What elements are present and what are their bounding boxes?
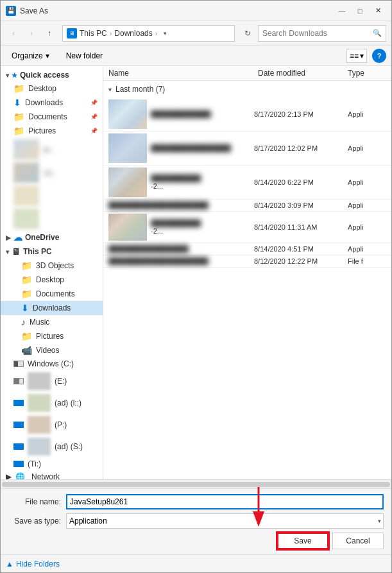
maximize-button[interactable]: □ <box>352 4 368 17</box>
drive-p[interactable]: (P:) <box>1 414 103 436</box>
network-toggle-icon: ▶ <box>6 472 12 479</box>
sidebar-thumb-item-3[interactable] <box>1 184 103 207</box>
sidebar-pictures[interactable]: 📁 Pictures <box>1 329 103 343</box>
save-type-label: Save as type: <box>8 517 66 526</box>
file-info-6: ████████████████ <box>108 245 250 253</box>
file-date-1: 8/17/2020 2:13 PM <box>254 110 344 118</box>
sidebar-videos[interactable]: 📹 Videos <box>1 343 103 357</box>
music-label: Music <box>30 318 49 327</box>
sidebar-documents[interactable]: 📁 Documents <box>1 287 103 301</box>
pin-icon: 📌 <box>90 99 98 106</box>
drive-s-icon <box>13 443 24 450</box>
3d-objects-label: 3D Objects <box>36 261 74 270</box>
file-thumb-5 <box>108 214 147 241</box>
table-row[interactable]: ████████████████████ 8/12/2020 12:22 PM … <box>103 255 391 268</box>
sidebar-thumb-1 <box>13 139 39 160</box>
organize-button[interactable]: Organize ▾ <box>6 49 55 63</box>
sidebar-3d-objects[interactable]: 📁 3D Objects <box>1 259 103 273</box>
downloads2-label: Downloads <box>33 304 71 312</box>
pictures-pin-icon: 📌 <box>90 128 98 134</box>
group-label: Last month (7) <box>115 85 165 94</box>
drive-l[interactable]: (ad) (l:;) <box>1 392 103 414</box>
file-thumb-1 <box>108 99 147 129</box>
file-group-header[interactable]: ▾ Last month (7) <box>103 81 391 98</box>
drive-c[interactable]: Windows (C:) <box>1 357 103 370</box>
drive-t[interactable]: (Ti:) <box>1 458 103 470</box>
drive-e[interactable]: (E:) <box>1 370 103 392</box>
file-name-2: ████████████████ <box>151 144 250 152</box>
title-bar: 💾 Save As — □ ✕ <box>1 1 391 21</box>
sidebar-thumb-item-4[interactable] <box>1 207 103 230</box>
sidebar-item-downloads-quick[interactable]: ⬇ Downloads 📌 <box>1 96 103 110</box>
sidebar-desktop[interactable]: 📁 Desktop <box>1 273 103 287</box>
new-folder-button[interactable]: New folder <box>60 49 108 63</box>
search-icon: 🔍 <box>373 29 382 37</box>
drive-s[interactable]: (ad) (S:) <box>1 436 103 458</box>
sidebar-item-documents-quick[interactable]: 📁 Documents 📌 <box>1 110 103 124</box>
cancel-button[interactable]: Cancel <box>332 533 384 549</box>
hide-folders-label: Hide Folders <box>16 560 60 569</box>
table-row[interactable]: ██████████ -2... 8/14/2020 11:31 AM Appl… <box>103 212 391 243</box>
forward-button[interactable]: › <box>24 26 39 41</box>
this-pc-toggle-icon: ▾ <box>6 248 9 255</box>
save-type-select[interactable]: Application <box>66 513 384 529</box>
sidebar: ▾ ★ Quick access 📁 Desktop ⬇ Downloads 📌… <box>1 66 103 479</box>
drive-t-icon <box>13 461 24 467</box>
onedrive-toggle-icon: ▶ <box>6 234 11 241</box>
table-row[interactable]: ████████████████ 8/17/2020 12:02 PM Appl… <box>103 132 391 166</box>
desktop2-label: Desktop <box>36 275 64 284</box>
downloads2-arrow-icon: ⬇ <box>21 303 29 313</box>
horizontal-scrollbar[interactable] <box>1 479 391 488</box>
file-name-input[interactable] <box>66 494 384 509</box>
minimize-button[interactable]: — <box>334 4 350 17</box>
onedrive-header[interactable]: ▶ ☁ OneDrive <box>1 230 103 244</box>
file-name-6: ████████████████ <box>108 245 250 253</box>
up-button[interactable]: ↑ <box>42 26 57 41</box>
hide-folders-toggle-icon: ▲ <box>6 560 13 569</box>
sidebar-thumb-item-2[interactable]: :re... <box>1 161 103 184</box>
hide-folders-button[interactable]: ▲ Hide Folders <box>6 560 60 569</box>
this-pc-header[interactable]: ▾ 🖥 This PC <box>1 244 103 259</box>
save-button[interactable]: Save <box>277 533 328 549</box>
search-input[interactable] <box>262 29 373 38</box>
search-box[interactable]: 🔍 <box>258 25 386 42</box>
quick-access-toggle-icon: ▾ <box>6 72 9 79</box>
file-info-7: ████████████████████ <box>108 257 250 265</box>
sidebar-item-desktop-quick[interactable]: 📁 Desktop <box>1 81 103 96</box>
view-button[interactable]: ≡≡ ▾ <box>346 49 367 63</box>
network-section[interactable]: ▶ 🌐 Network <box>1 470 103 479</box>
file-date-6: 8/14/2020 4:51 PM <box>254 245 344 253</box>
sidebar-downloads-active[interactable]: ⬇ Downloads <box>1 301 103 315</box>
file-date-4: 8/14/2020 3:09 PM <box>254 201 344 209</box>
sidebar-thumb-item-1[interactable]: nt... <box>1 138 103 161</box>
hide-folders-bar: ▲ Hide Folders <box>1 554 391 572</box>
refresh-button[interactable]: ↻ <box>240 26 255 41</box>
network-icon: 🌐 <box>15 472 25 479</box>
music-icon: ♪ <box>21 317 26 327</box>
save-as-dialog: 💾 Save As — □ ✕ ‹ › ↑ 🖥 This PC › Downlo… <box>0 0 392 573</box>
downloads-arrow-icon: ⬇ <box>13 98 21 108</box>
help-button[interactable]: ? <box>372 49 386 63</box>
breadcrumb-sep2: › <box>155 30 158 37</box>
drive-p-thumb <box>28 416 51 434</box>
back-button[interactable]: ‹ <box>6 26 21 41</box>
quick-access-star-icon: ★ <box>12 72 17 79</box>
drive-p-label: (P:) <box>55 420 67 429</box>
h-scroll-thumb <box>2 482 390 487</box>
file-name-7: ████████████████████ <box>108 257 250 265</box>
breadcrumb-bar[interactable]: 🖥 This PC › Downloads › ▾ <box>62 25 235 42</box>
close-button[interactable]: ✕ <box>370 4 386 17</box>
sidebar-item-pictures-quick[interactable]: 📁 Pictures 📌 <box>1 124 103 138</box>
file-name-5: ██████████ <box>151 219 250 227</box>
sidebar-music[interactable]: ♪ Music <box>1 315 103 329</box>
breadcrumb-dropdown-button[interactable]: ▾ <box>160 28 170 38</box>
drive-l-label: (ad) (l:;) <box>55 398 81 407</box>
file-name-4: ████████████████████ <box>108 201 250 209</box>
table-row[interactable]: ██████████ -2... 8/14/2020 6:22 PM Appli <box>103 166 391 200</box>
table-row[interactable]: ████████████ 8/17/2020 2:13 PM Appli <box>103 98 391 132</box>
table-row[interactable]: ████████████████████ 8/14/2020 3:09 PM A… <box>103 200 391 212</box>
quick-access-header[interactable]: ▾ ★ Quick access <box>1 69 103 81</box>
table-row[interactable]: ████████████████ 8/14/2020 4:51 PM Appli <box>103 243 391 255</box>
file-list: Name Date modified Type ▾ Last month (7)… <box>103 66 391 479</box>
file-type-2: Appli <box>348 144 386 152</box>
